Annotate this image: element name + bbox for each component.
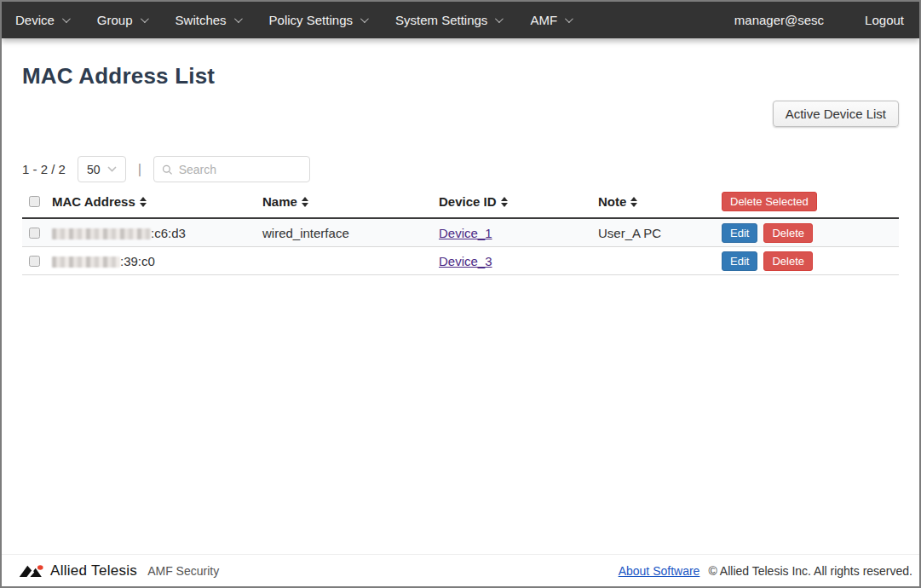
logout-button[interactable]: Logout <box>865 13 904 27</box>
sort-icon[interactable] <box>630 197 637 207</box>
chevron-down-icon <box>495 14 504 23</box>
mac-address-cell: :39:c0 <box>52 254 262 268</box>
search-input[interactable] <box>179 163 302 176</box>
mac-address-list-page: { "navbar": { "items": [ { "label": "Dev… <box>0 0 921 588</box>
top-actions: Active Device List <box>22 101 899 127</box>
note-cell: User_A PC <box>598 226 722 240</box>
row-checkbox[interactable] <box>29 228 40 239</box>
redacted-mac-prefix <box>52 228 151 239</box>
top-navbar: Device Group Switches Policy Settings Sy… <box>2 2 919 38</box>
nav-item-switches[interactable]: Switches <box>176 13 240 27</box>
nav-item-label: Device <box>15 13 55 27</box>
nav-item-label: Policy Settings <box>269 13 353 27</box>
nav-item-policy-settings[interactable]: Policy Settings <box>269 13 366 27</box>
delete-button[interactable]: Delete <box>763 251 813 271</box>
brand: Allied Telesis <box>19 562 137 579</box>
chevron-down-icon <box>234 14 243 23</box>
table-row: :39:c0 Device_3 Edit Delete <box>22 247 899 275</box>
nav-item-label: Group <box>97 13 133 27</box>
delete-button[interactable]: Delete <box>763 223 813 243</box>
sort-icon[interactable] <box>302 197 308 207</box>
nav-item-device[interactable]: Device <box>15 13 68 27</box>
column-header-note[interactable]: Note <box>598 194 722 209</box>
footer: Allied Telesis AMF Security About Softwa… <box>2 554 919 586</box>
table-row: :c6:d3 wired_interface Device_1 User_A P… <box>22 219 899 247</box>
page-title: MAC Address List <box>22 63 899 89</box>
chevron-down-icon <box>62 14 71 23</box>
device-link[interactable]: Device_1 <box>439 226 492 240</box>
product-name: AMF Security <box>147 564 219 578</box>
main-content: MAC Address List Active Device List 1 - … <box>2 63 919 275</box>
chevron-down-icon <box>107 166 117 172</box>
sort-icon[interactable] <box>140 197 147 207</box>
active-device-list-button[interactable]: Active Device List <box>773 101 899 127</box>
nav-item-label: Switches <box>176 13 227 27</box>
nav-menu: Device Group Switches Policy Settings Sy… <box>15 13 571 27</box>
allied-telesis-logo <box>19 562 44 579</box>
chevron-down-icon <box>141 14 149 23</box>
search-box <box>153 156 310 182</box>
copyright-text: © Allied Telesis Inc. All rights reserve… <box>708 564 912 578</box>
column-header-name[interactable]: Name <box>262 194 439 209</box>
nav-item-amf[interactable]: AMF <box>530 13 571 27</box>
device-link[interactable]: Device_3 <box>439 254 492 268</box>
select-all-checkbox[interactable] <box>29 196 40 207</box>
mac-address-cell: :c6:d3 <box>52 226 262 240</box>
table-header-row: MAC Address Name Device ID Note Delete S… <box>22 188 899 219</box>
chevron-down-icon <box>565 14 573 23</box>
nav-item-system-settings[interactable]: System Settings <box>395 13 501 27</box>
nav-item-group[interactable]: Group <box>97 13 147 27</box>
edit-button[interactable]: Edit <box>722 251 757 271</box>
nav-item-label: System Settings <box>395 13 487 27</box>
edit-button[interactable]: Edit <box>722 223 757 243</box>
about-software-link[interactable]: About Software <box>619 564 700 578</box>
pagination-range: 1 - 2 / 2 <box>22 162 66 176</box>
nav-right: manager@sesc Logout <box>734 13 904 27</box>
chevron-down-icon <box>360 14 369 23</box>
column-header-device-id[interactable]: Device ID <box>439 194 598 209</box>
delete-selected-button[interactable]: Delete Selected <box>722 192 817 211</box>
sort-icon[interactable] <box>501 197 508 207</box>
nav-item-label: AMF <box>530 13 557 27</box>
redacted-mac-prefix <box>52 257 120 268</box>
brand-name: Allied Telesis <box>50 562 137 579</box>
device-id-cell: Device_1 <box>439 226 598 240</box>
column-header-mac-address[interactable]: MAC Address <box>52 194 262 209</box>
separator: | <box>138 161 141 178</box>
search-icon <box>162 164 172 176</box>
page-size-select[interactable]: 50 <box>78 156 126 182</box>
list-controls: 1 - 2 / 2 50 | <box>22 156 899 182</box>
row-checkbox[interactable] <box>29 256 40 267</box>
name-cell: wired_interface <box>262 226 439 240</box>
footer-right: About Software © Allied Telesis Inc. All… <box>619 564 912 578</box>
logged-in-user: manager@sesc <box>734 13 824 27</box>
mac-address-table: MAC Address Name Device ID Note Delete S… <box>22 188 899 275</box>
device-id-cell: Device_3 <box>439 254 598 268</box>
page-size-value: 50 <box>87 163 101 176</box>
